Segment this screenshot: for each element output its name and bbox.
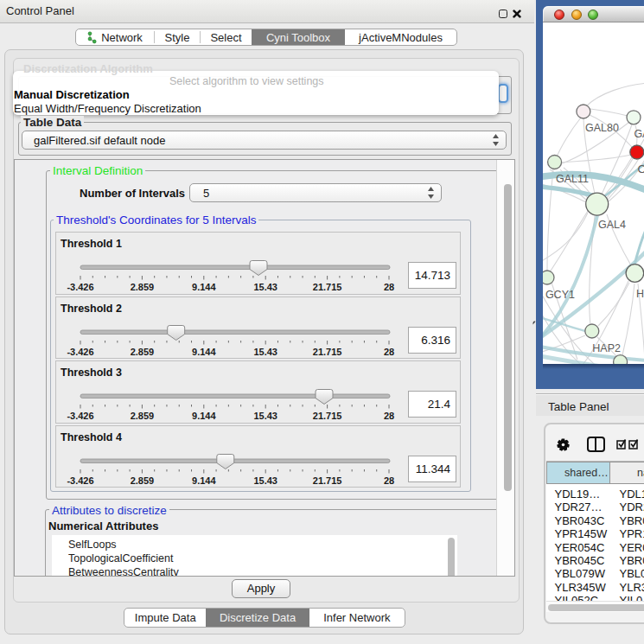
svg-text:9.144: 9.144 bbox=[192, 475, 216, 485]
svg-text:2.859: 2.859 bbox=[131, 346, 155, 356]
svg-text:-3.426: -3.426 bbox=[67, 346, 93, 356]
svg-text:15.43: 15.43 bbox=[253, 475, 277, 485]
svg-text:-3.426: -3.426 bbox=[67, 475, 93, 485]
svg-text:HAP2: HAP2 bbox=[592, 342, 621, 354]
svg-text:9.144: 9.144 bbox=[192, 346, 216, 356]
svg-text:GAL4: GAL4 bbox=[598, 219, 626, 231]
svg-text:9.144: 9.144 bbox=[192, 411, 216, 421]
svg-text:28: 28 bbox=[384, 475, 394, 485]
svg-text:28: 28 bbox=[384, 411, 394, 421]
svg-text:21.715: 21.715 bbox=[313, 282, 342, 292]
svg-text:15.43: 15.43 bbox=[253, 411, 277, 421]
svg-text:C: C bbox=[638, 163, 644, 175]
svg-text:GCY1: GCY1 bbox=[545, 289, 575, 301]
svg-text:GA: GA bbox=[634, 128, 644, 140]
svg-text:2.859: 2.859 bbox=[131, 411, 155, 421]
svg-text:21.715: 21.715 bbox=[313, 411, 342, 421]
svg-text:-3.426: -3.426 bbox=[67, 411, 93, 421]
svg-text:15.43: 15.43 bbox=[253, 282, 277, 292]
svg-text:GAL80: GAL80 bbox=[585, 122, 619, 134]
svg-text:H: H bbox=[636, 288, 644, 300]
svg-text:-3.426: -3.426 bbox=[67, 282, 93, 292]
svg-text:2.859: 2.859 bbox=[131, 475, 155, 485]
svg-text:21.715: 21.715 bbox=[313, 475, 342, 485]
svg-text:9.144: 9.144 bbox=[192, 282, 216, 292]
svg-text:28: 28 bbox=[384, 346, 394, 356]
svg-text:21.715: 21.715 bbox=[313, 346, 342, 356]
svg-text:15.43: 15.43 bbox=[253, 346, 277, 356]
svg-text:GAL11: GAL11 bbox=[556, 173, 589, 185]
svg-text:28: 28 bbox=[384, 282, 394, 292]
svg-text:2.859: 2.859 bbox=[131, 282, 155, 292]
